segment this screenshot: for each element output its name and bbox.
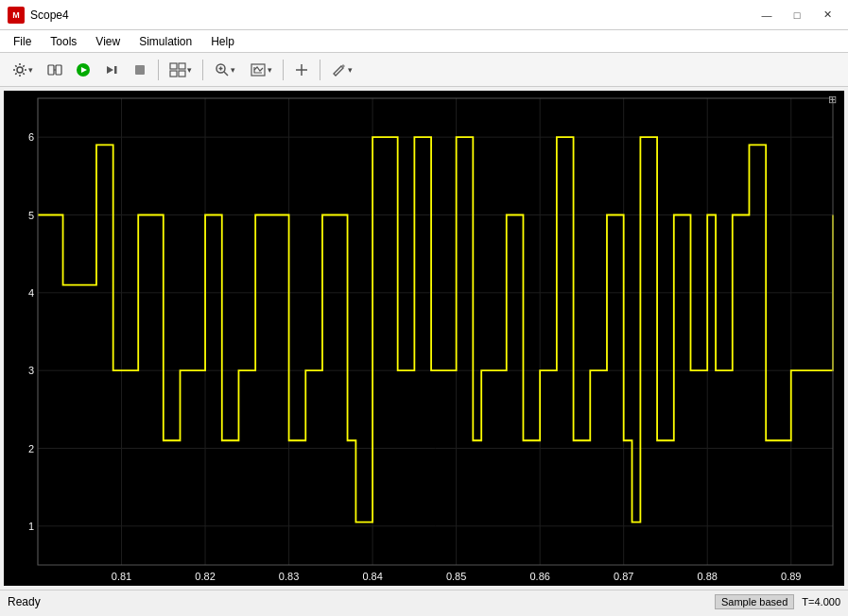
sample-based-badge: Sample based	[715, 594, 794, 609]
toolbar: ▾ ▾	[0, 53, 848, 87]
svg-rect-1	[48, 65, 54, 75]
minimize-button[interactable]: —	[753, 6, 780, 25]
close-button[interactable]: ✕	[814, 6, 840, 25]
status-ready: Ready	[8, 595, 715, 608]
svg-rect-12	[179, 71, 185, 77]
title-bar: M Scope4 — □ ✕	[0, 0, 848, 30]
zoom-icon	[215, 62, 230, 77]
fit-view-icon	[250, 62, 267, 77]
separator-1	[158, 60, 159, 80]
stop-button[interactable]	[127, 57, 153, 83]
window-controls: — □ ✕	[753, 6, 840, 25]
separator-3	[283, 60, 284, 80]
menu-help[interactable]: Help	[201, 33, 244, 50]
svg-rect-11	[170, 71, 177, 77]
layout-icon	[169, 62, 186, 77]
maximize-button[interactable]: □	[784, 6, 810, 25]
style-icon	[332, 62, 347, 77]
menu-bar: File Tools View Simulation Help	[0, 30, 848, 53]
scope-canvas[interactable]	[4, 91, 844, 586]
plot-area: ⊞	[4, 91, 844, 586]
run-icon	[76, 62, 91, 77]
menu-view[interactable]: View	[86, 33, 130, 50]
step-forward-icon	[104, 62, 119, 77]
svg-rect-7	[114, 66, 117, 74]
svg-point-0	[17, 67, 23, 73]
separator-4	[320, 60, 320, 80]
run-button[interactable]	[70, 57, 96, 83]
layout-button[interactable]: ▾	[164, 57, 198, 83]
svg-rect-10	[179, 63, 185, 69]
separator-2	[202, 60, 203, 80]
open-model-button[interactable]	[42, 57, 68, 83]
settings-button[interactable]: ▾	[6, 57, 40, 83]
window-title: Scope4	[30, 9, 69, 22]
status-right: Sample based T=4.000	[715, 594, 840, 609]
cursor-button[interactable]	[288, 57, 315, 83]
status-bar: Ready Sample based T=4.000	[0, 590, 848, 612]
stop-icon	[132, 62, 147, 77]
svg-rect-8	[135, 65, 145, 75]
menu-file[interactable]: File	[4, 33, 41, 50]
svg-rect-2	[56, 65, 61, 75]
cursor-icon	[294, 62, 309, 77]
open-model-icon	[47, 62, 62, 77]
style-button[interactable]: ▾	[325, 57, 359, 83]
svg-line-14	[224, 72, 228, 76]
menu-tools[interactable]: Tools	[41, 33, 86, 50]
t-value-display: T=4.000	[802, 596, 840, 607]
menu-simulation[interactable]: Simulation	[130, 33, 201, 50]
svg-marker-6	[107, 66, 113, 74]
step-forward-button[interactable]	[98, 57, 125, 83]
zoom-button[interactable]: ▾	[208, 57, 242, 83]
corner-icon: ⊞	[828, 94, 841, 107]
svg-rect-9	[170, 63, 177, 69]
svg-rect-17	[251, 64, 265, 76]
fit-view-button[interactable]: ▾	[244, 57, 278, 83]
matlab-icon: M	[8, 7, 25, 24]
gear-icon	[12, 62, 27, 77]
